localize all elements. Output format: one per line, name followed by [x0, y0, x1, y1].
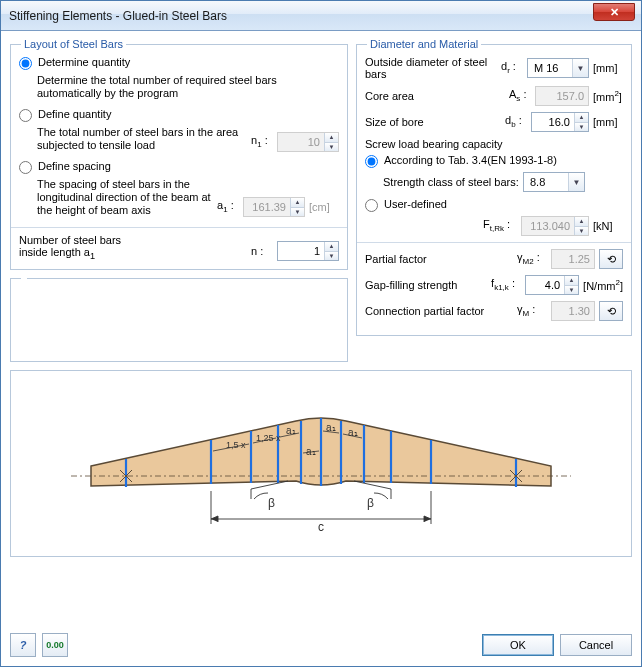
- ftrk-sym: Ft,Rk :: [483, 218, 517, 233]
- a1-unit: [cm]: [309, 201, 339, 213]
- diameter-group: Diameter and Material Outside diameter o…: [356, 38, 632, 336]
- radio-determine[interactable]: [19, 57, 32, 70]
- as-value: [536, 87, 588, 105]
- as-input: [535, 86, 589, 106]
- a1-symbol: a1 :: [217, 199, 239, 214]
- gm-input: [551, 301, 595, 321]
- diag-beta-left: β: [268, 496, 275, 510]
- fk1k-sym: fk1,k :: [491, 277, 521, 292]
- reload-icon: ⟲: [607, 305, 616, 318]
- layout-legend: Layout of Steel Bars: [21, 38, 126, 50]
- reload-icon: ⟲: [607, 253, 616, 266]
- gm-value: [552, 302, 594, 320]
- help-button[interactable]: ?: [10, 633, 36, 657]
- layout-group: Layout of Steel Bars Determine quantity …: [10, 38, 348, 270]
- diameter-legend: Diameter and Material: [367, 38, 481, 50]
- chevron-down-icon: ▼: [568, 173, 584, 191]
- ftrk-value: [522, 217, 574, 235]
- option-define-qty[interactable]: Define quantity: [19, 108, 339, 122]
- partial-label: Partial factor: [365, 253, 513, 265]
- help-icon: ?: [20, 639, 27, 651]
- close-button[interactable]: ✕: [593, 3, 635, 21]
- partial-reset-button[interactable]: ⟲: [599, 249, 623, 269]
- diag-mult125: 1,25 x: [256, 433, 281, 443]
- fk1k-input[interactable]: ▲▼: [525, 275, 579, 295]
- option-determine[interactable]: Determine quantity: [19, 56, 339, 70]
- define-sp-desc: The spacing of steel bars in the longitu…: [37, 178, 217, 217]
- n-up[interactable]: ▲: [325, 242, 338, 251]
- option-tab[interactable]: According to Tab. 3.4(EN 1993-1-8): [365, 154, 623, 168]
- define-qty-title: Define quantity: [38, 108, 111, 120]
- radio-define-qty[interactable]: [19, 109, 32, 122]
- units-button[interactable]: 0.00: [42, 633, 68, 657]
- diag-c: c: [318, 520, 324, 534]
- db-sym: db :: [505, 114, 527, 129]
- num-bars-label2: inside length a1: [19, 246, 251, 261]
- as-unit: [mm2]: [593, 89, 623, 103]
- db-unit: [mm]: [593, 116, 623, 128]
- n-symbol: n :: [251, 245, 273, 257]
- define-qty-desc: The total number of steel bars in the ar…: [37, 126, 251, 152]
- dr-sym: dr :: [501, 60, 523, 75]
- a1-value: [244, 198, 290, 216]
- n-input[interactable]: ▲▼: [277, 241, 339, 261]
- define-sp-title: Define spacing: [38, 160, 111, 172]
- as-sym: As :: [509, 88, 531, 103]
- svg-text:a₁: a₁: [306, 446, 316, 457]
- determine-title: Determine quantity: [38, 56, 130, 68]
- strength-class-label: Strength class of steel bars:: [383, 176, 519, 188]
- conn-reset-button[interactable]: ⟲: [599, 301, 623, 321]
- fk1k-unit: [N/mm2]: [583, 278, 623, 292]
- n-value[interactable]: [278, 242, 324, 260]
- gm2-input: [551, 249, 595, 269]
- svg-text:a₁: a₁: [348, 427, 358, 438]
- dr-combo[interactable]: M 16 ▼: [527, 58, 589, 78]
- db-value[interactable]: [532, 113, 574, 131]
- dr-value: M 16: [534, 62, 558, 74]
- radio-define-spacing[interactable]: [19, 161, 32, 174]
- gap-label: Gap-filling strength: [365, 279, 487, 291]
- radio-tab[interactable]: [365, 155, 378, 168]
- outside-label: Outside diameter of steel bars: [365, 56, 497, 80]
- gm-sym: γM :: [517, 303, 547, 318]
- ftrk-unit: [kN]: [593, 220, 623, 232]
- n1-symbol: n1 :: [251, 134, 273, 149]
- empty-group: [10, 278, 348, 362]
- core-label: Core area: [365, 90, 505, 102]
- precision-icon: 0.00: [46, 640, 64, 650]
- gm2-value: [552, 250, 594, 268]
- conn-label: Connection partial factor: [365, 305, 513, 317]
- ftrk-input: ▲▼: [521, 216, 589, 236]
- db-input[interactable]: ▲▼: [531, 112, 589, 132]
- cap-label: Screw load bearing capacity: [365, 138, 623, 150]
- svg-text:a₁: a₁: [286, 425, 296, 436]
- determine-desc: Determine the total number of required s…: [37, 74, 339, 100]
- option-user[interactable]: User-defined: [365, 198, 623, 212]
- a1-input: ▲▼: [243, 197, 305, 217]
- beam-diagram: 1,5 x 1,25 x a₁ a₁ a₁ a₁ β β: [10, 370, 632, 557]
- n1-input: ▲▼: [277, 132, 339, 152]
- close-icon: ✕: [610, 6, 619, 19]
- cancel-button[interactable]: Cancel: [560, 634, 632, 656]
- gm2-sym: γM2 :: [517, 251, 547, 266]
- strength-combo[interactable]: 8.8 ▼: [523, 172, 585, 192]
- n1-value: [278, 133, 324, 151]
- bore-label: Size of bore: [365, 116, 501, 128]
- diag-mult15: 1,5 x: [226, 440, 246, 450]
- user-label: User-defined: [384, 198, 447, 210]
- tab-label: According to Tab. 3.4(EN 1993-1-8): [384, 154, 557, 166]
- diag-beta-right: β: [367, 496, 374, 510]
- n-down[interactable]: ▼: [325, 251, 338, 261]
- ok-button[interactable]: OK: [482, 634, 554, 656]
- fk1k-value[interactable]: [526, 276, 564, 294]
- option-define-spacing[interactable]: Define spacing: [19, 160, 339, 174]
- title-bar: Stiffening Elements - Glued-in Steel Bar…: [1, 1, 641, 31]
- svg-text:a₁: a₁: [326, 422, 336, 433]
- window-title: Stiffening Elements - Glued-in Steel Bar…: [9, 9, 227, 23]
- dr-unit: [mm]: [593, 62, 623, 74]
- num-bars-label1: Number of steel bars: [19, 234, 251, 246]
- chevron-down-icon: ▼: [572, 59, 588, 77]
- radio-user[interactable]: [365, 199, 378, 212]
- strength-value: 8.8: [530, 176, 545, 188]
